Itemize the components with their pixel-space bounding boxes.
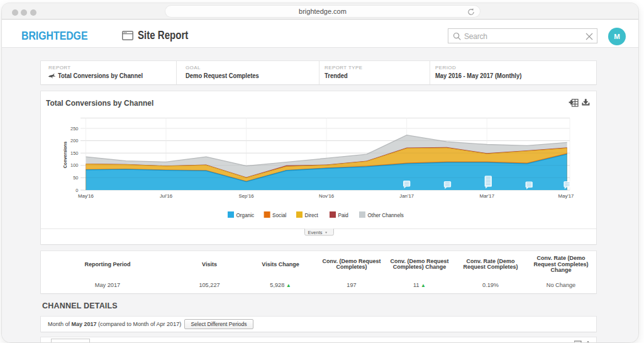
- svg-text:250: 250: [70, 126, 79, 132]
- svg-text:May'17: May'17: [558, 193, 574, 199]
- svg-text:May'16: May'16: [78, 193, 94, 199]
- svg-text:Direct: Direct: [305, 213, 319, 218]
- svg-text:Organic: Organic: [236, 213, 255, 218]
- svg-text:Other Channels: Other Channels: [368, 213, 404, 218]
- svg-text:Events: Events: [308, 230, 323, 235]
- svg-text:Nov'16: Nov'16: [319, 193, 334, 199]
- svg-text:Sep'16: Sep'16: [239, 193, 254, 199]
- svg-text:150: 150: [70, 150, 79, 156]
- svg-text:200: 200: [70, 138, 79, 143]
- svg-text:0: 0: [75, 188, 78, 193]
- svg-text:100: 100: [70, 162, 79, 168]
- svg-text:Mar'17: Mar'17: [479, 193, 494, 199]
- svg-text:50: 50: [73, 175, 78, 181]
- svg-text:Social: Social: [272, 213, 286, 218]
- svg-text:Paid: Paid: [338, 213, 349, 218]
- svg-text:Jul'16: Jul'16: [160, 193, 172, 199]
- svg-text:Conversions: Conversions: [63, 142, 67, 169]
- svg-text:Jan'17: Jan'17: [399, 193, 414, 199]
